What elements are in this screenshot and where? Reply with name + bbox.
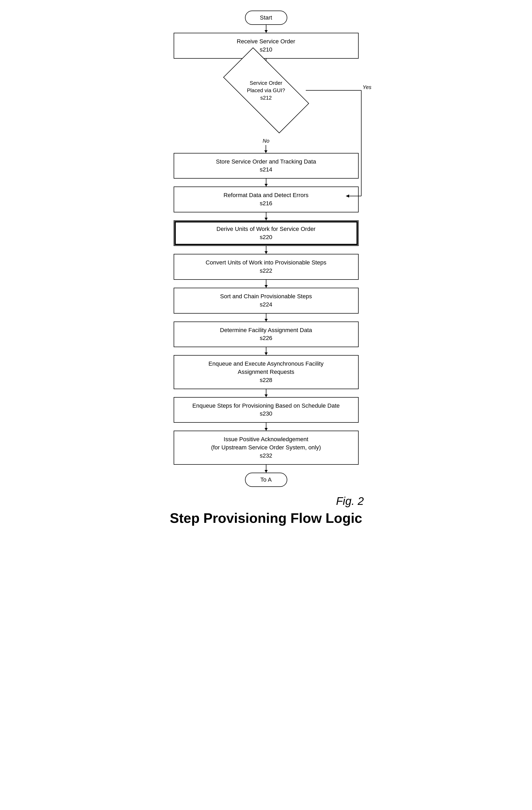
s222-box: Convert Units of Work into Provisionable… — [174, 254, 359, 280]
arrow-1 — [266, 25, 267, 33]
end-terminal: To A — [147, 473, 385, 487]
arrow-11 — [266, 465, 267, 473]
s226-box: Determine Facility Assignment Datas226 — [174, 322, 359, 347]
s216-box: Reformat Data and Detect Errorss216 — [174, 187, 359, 212]
s232-box: Issue Positive Acknowledgement(for Upstr… — [174, 431, 359, 465]
arrow-no — [265, 145, 266, 153]
arrow-8 — [266, 347, 267, 355]
arrow-4 — [266, 212, 267, 220]
figure-caption: Fig. 2 — [147, 495, 385, 507]
step-s220: Derive Units of Work for Service Orders2… — [147, 220, 385, 246]
arrow-10 — [266, 423, 267, 431]
step-s214: Store Service Order and Tracking Datas21… — [147, 153, 385, 179]
s214-box: Store Service Order and Tracking Datas21… — [174, 153, 359, 179]
arrow-3 — [266, 179, 267, 187]
s220-box: Derive Units of Work for Service Orders2… — [174, 220, 359, 246]
fig-title: Step Provisioning Flow Logic — [170, 510, 362, 537]
svg-text:Yes: Yes — [362, 84, 371, 90]
step-s210: Receive Service Orders210 — [147, 33, 385, 59]
decision-section: Service OrderPlaced via GUI?s212 Yes No — [160, 67, 372, 153]
flowchart-diagram: Start Receive Service Orders210 Service … — [147, 11, 385, 537]
fig-label: Fig. 2 — [336, 495, 385, 507]
arrow-7 — [266, 313, 267, 322]
step-s222: Convert Units of Work into Provisionable… — [147, 254, 385, 280]
end-label: To A — [245, 473, 287, 487]
arrow-5 — [266, 246, 267, 254]
step-s216: Reformat Data and Detect Errorss216 — [147, 187, 385, 212]
arrow-6 — [266, 280, 267, 288]
start-label: Start — [245, 11, 287, 25]
s212-text: Service OrderPlaced via GUI?s212 — [247, 79, 285, 101]
step-s226: Determine Facility Assignment Datas226 — [147, 322, 385, 347]
s212-diamond-wrapper: Service OrderPlaced via GUI?s212 — [221, 67, 311, 114]
arrow-9 — [266, 389, 267, 397]
s210-box: Receive Service Orders210 — [174, 33, 359, 59]
step-s228: Enqueue and Execute Asynchronous Facilit… — [147, 355, 385, 389]
s228-box: Enqueue and Execute Asynchronous Facilit… — [174, 355, 359, 389]
start-terminal: Start — [147, 11, 385, 25]
step-s230: Enqueue Steps for Provisioning Based on … — [147, 397, 385, 423]
s230-box: Enqueue Steps for Provisioning Based on … — [174, 397, 359, 423]
step-s224: Sort and Chain Provisionable Stepss224 — [147, 288, 385, 313]
step-s232: Issue Positive Acknowledgement(for Upstr… — [147, 431, 385, 465]
no-label: No — [263, 138, 270, 144]
s224-box: Sort and Chain Provisionable Stepss224 — [174, 288, 359, 313]
